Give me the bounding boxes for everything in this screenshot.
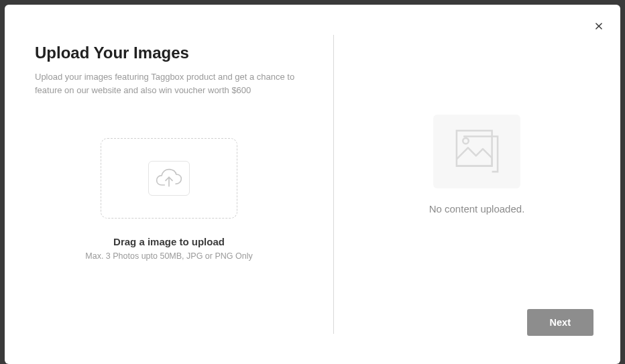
cloud-upload-icon-box [148,161,190,196]
cloud-upload-icon [156,168,182,188]
svg-point-3 [463,138,469,144]
image-placeholder-icon [449,123,506,180]
dropzone-container: Drag a image to upload Max. 3 Photos upt… [35,138,303,261]
preview-panel: No content uploaded. Next [333,5,620,364]
upload-panel: Upload Your Images Upload your images fe… [5,5,333,364]
dropzone-label: Drag a image to upload [113,236,225,247]
modal-subtitle: Upload your images featuring Taggbox pro… [35,70,303,97]
file-dropzone[interactable] [101,138,237,219]
upload-modal: Upload Your Images Upload your images fe… [5,5,620,364]
empty-state: No content uploaded. [429,115,525,215]
empty-state-icon-box [433,115,520,188]
modal-title: Upload Your Images [35,44,303,62]
dropzone-hint: Max. 3 Photos upto 50MB, JPG or PNG Only [85,251,252,261]
empty-state-text: No content uploaded. [429,203,525,215]
next-button[interactable]: Next [527,309,593,336]
